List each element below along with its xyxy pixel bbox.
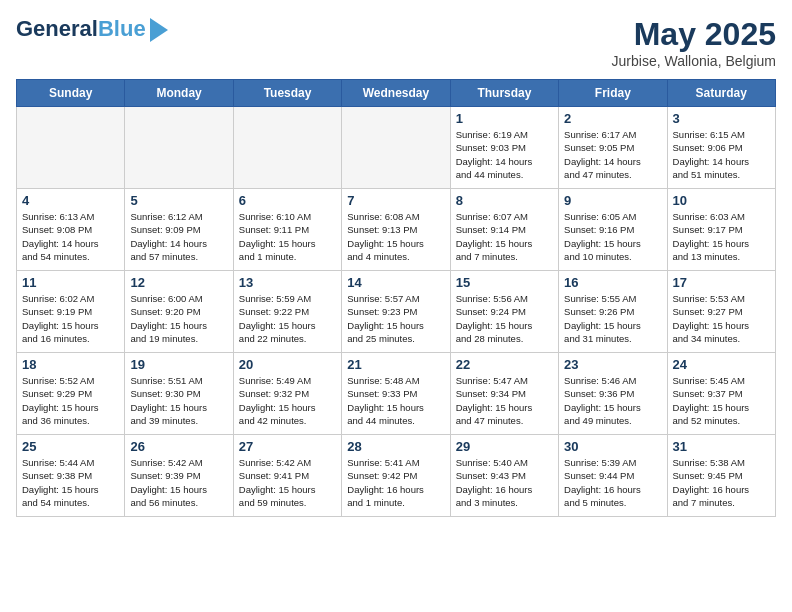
day-info: Sunrise: 6:17 AM Sunset: 9:05 PM Dayligh… [564,128,661,181]
calendar-cell: 27Sunrise: 5:42 AM Sunset: 9:41 PM Dayli… [233,435,341,517]
calendar-cell: 29Sunrise: 5:40 AM Sunset: 9:43 PM Dayli… [450,435,558,517]
calendar-table: SundayMondayTuesdayWednesdayThursdayFrid… [16,79,776,517]
day-number: 6 [239,193,336,208]
calendar-week-1: 4Sunrise: 6:13 AM Sunset: 9:08 PM Daylig… [17,189,776,271]
day-info: Sunrise: 6:07 AM Sunset: 9:14 PM Dayligh… [456,210,553,263]
day-number: 21 [347,357,444,372]
day-info: Sunrise: 5:41 AM Sunset: 9:42 PM Dayligh… [347,456,444,509]
day-number: 17 [673,275,770,290]
calendar-cell: 5Sunrise: 6:12 AM Sunset: 9:09 PM Daylig… [125,189,233,271]
day-info: Sunrise: 6:05 AM Sunset: 9:16 PM Dayligh… [564,210,661,263]
day-number: 27 [239,439,336,454]
day-info: Sunrise: 5:49 AM Sunset: 9:32 PM Dayligh… [239,374,336,427]
day-number: 16 [564,275,661,290]
calendar-cell: 22Sunrise: 5:47 AM Sunset: 9:34 PM Dayli… [450,353,558,435]
day-info: Sunrise: 6:08 AM Sunset: 9:13 PM Dayligh… [347,210,444,263]
calendar-cell: 11Sunrise: 6:02 AM Sunset: 9:19 PM Dayli… [17,271,125,353]
day-number: 30 [564,439,661,454]
calendar-cell: 20Sunrise: 5:49 AM Sunset: 9:32 PM Dayli… [233,353,341,435]
calendar-cell [233,107,341,189]
day-number: 14 [347,275,444,290]
day-info: Sunrise: 6:02 AM Sunset: 9:19 PM Dayligh… [22,292,119,345]
calendar-cell: 18Sunrise: 5:52 AM Sunset: 9:29 PM Dayli… [17,353,125,435]
day-number: 12 [130,275,227,290]
day-info: Sunrise: 5:51 AM Sunset: 9:30 PM Dayligh… [130,374,227,427]
day-info: Sunrise: 6:13 AM Sunset: 9:08 PM Dayligh… [22,210,119,263]
weekday-header-thursday: Thursday [450,80,558,107]
day-info: Sunrise: 5:55 AM Sunset: 9:26 PM Dayligh… [564,292,661,345]
day-number: 11 [22,275,119,290]
calendar-cell: 28Sunrise: 5:41 AM Sunset: 9:42 PM Dayli… [342,435,450,517]
day-info: Sunrise: 5:42 AM Sunset: 9:41 PM Dayligh… [239,456,336,509]
day-number: 8 [456,193,553,208]
day-info: Sunrise: 5:47 AM Sunset: 9:34 PM Dayligh… [456,374,553,427]
weekday-header-tuesday: Tuesday [233,80,341,107]
day-info: Sunrise: 5:59 AM Sunset: 9:22 PM Dayligh… [239,292,336,345]
calendar-cell: 26Sunrise: 5:42 AM Sunset: 9:39 PM Dayli… [125,435,233,517]
day-number: 9 [564,193,661,208]
day-number: 26 [130,439,227,454]
day-info: Sunrise: 5:56 AM Sunset: 9:24 PM Dayligh… [456,292,553,345]
calendar-week-4: 25Sunrise: 5:44 AM Sunset: 9:38 PM Dayli… [17,435,776,517]
day-info: Sunrise: 5:42 AM Sunset: 9:39 PM Dayligh… [130,456,227,509]
day-info: Sunrise: 6:12 AM Sunset: 9:09 PM Dayligh… [130,210,227,263]
calendar-cell: 3Sunrise: 6:15 AM Sunset: 9:06 PM Daylig… [667,107,775,189]
month-title: May 2025 [612,16,776,53]
calendar-cell: 30Sunrise: 5:39 AM Sunset: 9:44 PM Dayli… [559,435,667,517]
day-info: Sunrise: 5:45 AM Sunset: 9:37 PM Dayligh… [673,374,770,427]
logo: GeneralBlue [16,16,168,42]
day-info: Sunrise: 6:03 AM Sunset: 9:17 PM Dayligh… [673,210,770,263]
day-number: 25 [22,439,119,454]
day-info: Sunrise: 6:19 AM Sunset: 9:03 PM Dayligh… [456,128,553,181]
day-number: 1 [456,111,553,126]
day-info: Sunrise: 5:40 AM Sunset: 9:43 PM Dayligh… [456,456,553,509]
weekday-header-row: SundayMondayTuesdayWednesdayThursdayFrid… [17,80,776,107]
day-number: 24 [673,357,770,372]
weekday-header-saturday: Saturday [667,80,775,107]
location-subtitle: Jurbise, Wallonia, Belgium [612,53,776,69]
weekday-header-friday: Friday [559,80,667,107]
day-info: Sunrise: 5:38 AM Sunset: 9:45 PM Dayligh… [673,456,770,509]
calendar-cell: 14Sunrise: 5:57 AM Sunset: 9:23 PM Dayli… [342,271,450,353]
calendar-cell: 24Sunrise: 5:45 AM Sunset: 9:37 PM Dayli… [667,353,775,435]
day-info: Sunrise: 5:52 AM Sunset: 9:29 PM Dayligh… [22,374,119,427]
calendar-cell [342,107,450,189]
day-info: Sunrise: 5:57 AM Sunset: 9:23 PM Dayligh… [347,292,444,345]
calendar-cell: 19Sunrise: 5:51 AM Sunset: 9:30 PM Dayli… [125,353,233,435]
day-info: Sunrise: 6:15 AM Sunset: 9:06 PM Dayligh… [673,128,770,181]
calendar-cell [17,107,125,189]
calendar-cell: 31Sunrise: 5:38 AM Sunset: 9:45 PM Dayli… [667,435,775,517]
calendar-week-2: 11Sunrise: 6:02 AM Sunset: 9:19 PM Dayli… [17,271,776,353]
day-number: 19 [130,357,227,372]
logo-text: GeneralBlue [16,17,146,41]
day-number: 23 [564,357,661,372]
calendar-cell: 7Sunrise: 6:08 AM Sunset: 9:13 PM Daylig… [342,189,450,271]
day-number: 29 [456,439,553,454]
calendar-cell: 25Sunrise: 5:44 AM Sunset: 9:38 PM Dayli… [17,435,125,517]
logo-arrow-icon [150,18,168,42]
day-number: 2 [564,111,661,126]
weekday-header-monday: Monday [125,80,233,107]
weekday-header-sunday: Sunday [17,80,125,107]
day-info: Sunrise: 5:44 AM Sunset: 9:38 PM Dayligh… [22,456,119,509]
calendar-week-0: 1Sunrise: 6:19 AM Sunset: 9:03 PM Daylig… [17,107,776,189]
calendar-cell: 16Sunrise: 5:55 AM Sunset: 9:26 PM Dayli… [559,271,667,353]
day-number: 28 [347,439,444,454]
calendar-cell: 2Sunrise: 6:17 AM Sunset: 9:05 PM Daylig… [559,107,667,189]
day-number: 18 [22,357,119,372]
day-number: 10 [673,193,770,208]
calendar-cell: 4Sunrise: 6:13 AM Sunset: 9:08 PM Daylig… [17,189,125,271]
calendar-body: 1Sunrise: 6:19 AM Sunset: 9:03 PM Daylig… [17,107,776,517]
day-number: 5 [130,193,227,208]
calendar-cell: 17Sunrise: 5:53 AM Sunset: 9:27 PM Dayli… [667,271,775,353]
day-info: Sunrise: 5:48 AM Sunset: 9:33 PM Dayligh… [347,374,444,427]
calendar-cell: 6Sunrise: 6:10 AM Sunset: 9:11 PM Daylig… [233,189,341,271]
page-header: GeneralBlue May 2025 Jurbise, Wallonia, … [16,16,776,69]
day-number: 3 [673,111,770,126]
calendar-header: SundayMondayTuesdayWednesdayThursdayFrid… [17,80,776,107]
calendar-cell: 12Sunrise: 6:00 AM Sunset: 9:20 PM Dayli… [125,271,233,353]
day-number: 31 [673,439,770,454]
calendar-cell: 10Sunrise: 6:03 AM Sunset: 9:17 PM Dayli… [667,189,775,271]
calendar-cell: 21Sunrise: 5:48 AM Sunset: 9:33 PM Dayli… [342,353,450,435]
calendar-cell: 15Sunrise: 5:56 AM Sunset: 9:24 PM Dayli… [450,271,558,353]
